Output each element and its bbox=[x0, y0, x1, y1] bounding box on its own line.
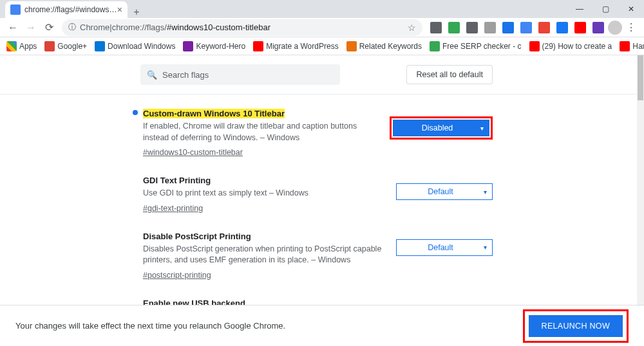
bookmark-favicon bbox=[430, 41, 440, 51]
bookmark-star-icon[interactable]: ☆ bbox=[408, 23, 416, 33]
minimize-button[interactable]: — bbox=[567, 0, 592, 18]
bookmark-item[interactable]: Keyword-Hero bbox=[180, 41, 248, 51]
flag-permalink[interactable]: #gdi-text-printing bbox=[143, 204, 203, 213]
relaunch-now-button[interactable]: RELAUNCH NOW bbox=[529, 315, 623, 337]
back-button[interactable]: ← bbox=[4, 19, 22, 37]
browser-tab[interactable]: chrome://flags/#windows10-cust × bbox=[5, 1, 128, 18]
extension-icons bbox=[426, 22, 608, 33]
flag-item: Disable PostScript Printing Disables Pos… bbox=[133, 224, 493, 291]
relaunch-message: Your changes will take effect the next t… bbox=[15, 321, 285, 331]
close-tab-icon[interactable]: × bbox=[117, 5, 122, 15]
bookmarks-bar: Apps Google+Download WindowsKeyword-Hero… bbox=[0, 37, 644, 55]
chrome-menu-button[interactable]: ⋮ bbox=[622, 19, 640, 37]
browser-toolbar: ← → ⟳ ⓘ Chrome | chrome://flags/ #window… bbox=[0, 18, 644, 37]
extension-icon-1[interactable] bbox=[448, 22, 460, 33]
extension-icon-6[interactable] bbox=[538, 22, 550, 33]
bookmark-label: Google+ bbox=[57, 42, 87, 51]
scrollbar-thumb[interactable] bbox=[638, 55, 643, 100]
search-placeholder: Search flags bbox=[162, 70, 209, 80]
bookmark-label: Related Keywords bbox=[359, 42, 422, 51]
url-host: chrome://flags/ bbox=[112, 23, 167, 32]
maximize-button[interactable]: ▢ bbox=[592, 0, 618, 18]
window-controls: — ▢ ✕ bbox=[567, 0, 644, 18]
flag-title: GDI Text Printing bbox=[143, 176, 211, 185]
bookmark-favicon bbox=[346, 41, 357, 51]
flag-dropdown[interactable]: Default bbox=[396, 239, 493, 256]
flag-control: Default bbox=[396, 230, 493, 280]
reload-button[interactable]: ⟳ bbox=[40, 19, 58, 37]
search-row: 🔍 Search flags Reset all to default bbox=[0, 55, 637, 95]
bookmark-item[interactable]: Free SERP checker - c bbox=[427, 41, 524, 51]
info-icon[interactable]: ⓘ bbox=[68, 22, 76, 33]
page-content: 🔍 Search flags Reset all to default Cust… bbox=[0, 55, 637, 346]
extension-icon-5[interactable] bbox=[520, 22, 532, 33]
bookmark-label: Download Windows bbox=[108, 42, 175, 51]
flag-item: Custom-drawn Windows 10 Titlebar If enab… bbox=[133, 101, 493, 168]
search-icon: 🔍 bbox=[147, 70, 157, 80]
flag-dropdown[interactable]: Default bbox=[396, 183, 493, 200]
bookmark-favicon bbox=[44, 41, 55, 51]
apps-label: Apps bbox=[19, 42, 37, 51]
bookmark-label: (29) How to create a bbox=[542, 42, 612, 51]
apps-icon bbox=[6, 41, 17, 51]
new-tab-button[interactable]: + bbox=[128, 6, 146, 18]
bookmark-item[interactable]: Download Windows bbox=[92, 41, 178, 51]
bookmark-favicon bbox=[253, 41, 263, 51]
extension-icon-2[interactable] bbox=[466, 22, 478, 33]
flag-permalink[interactable]: #postscript-printing bbox=[143, 271, 211, 280]
flag-description: If enabled, Chrome will draw the titleba… bbox=[143, 121, 381, 143]
bookmark-label: Hang Ups (Want You bbox=[632, 42, 644, 51]
extension-icon-3[interactable] bbox=[484, 22, 496, 33]
extension-icon-0[interactable] bbox=[430, 22, 442, 33]
flag-title: Disable PostScript Printing bbox=[143, 232, 251, 241]
relaunch-highlight: RELAUNCH NOW bbox=[523, 309, 629, 343]
url-scheme: Chrome bbox=[80, 23, 109, 32]
highlight-box: Disabled bbox=[390, 116, 493, 140]
vertical-scrollbar[interactable] bbox=[637, 55, 644, 305]
extension-icon-7[interactable] bbox=[556, 22, 568, 33]
bookmark-favicon bbox=[529, 41, 540, 51]
tab-favicon bbox=[10, 5, 21, 15]
bookmark-favicon bbox=[183, 41, 193, 51]
forward-button[interactable]: → bbox=[22, 19, 40, 37]
address-bar[interactable]: ⓘ Chrome | chrome://flags/ #windows10-cu… bbox=[62, 19, 422, 36]
flag-control: Disabled bbox=[390, 107, 493, 158]
bookmark-favicon bbox=[620, 41, 630, 51]
close-window-button[interactable]: ✕ bbox=[618, 0, 644, 18]
search-flags-input[interactable]: 🔍 Search flags bbox=[140, 64, 340, 85]
window-titlebar: chrome://flags/#windows10-cust × + — ▢ ✕ bbox=[0, 0, 644, 18]
relaunch-bar: Your changes will take effect the next t… bbox=[0, 305, 644, 346]
flag-description: Disables PostScript generation when prin… bbox=[143, 244, 387, 266]
flag-control: Default bbox=[396, 174, 493, 214]
extension-icon-8[interactable] bbox=[574, 22, 586, 33]
extension-icon-4[interactable] bbox=[502, 22, 514, 33]
profile-avatar[interactable] bbox=[608, 21, 622, 35]
apps-shortcut[interactable]: Apps bbox=[4, 41, 39, 51]
bookmark-item[interactable]: Google+ bbox=[42, 41, 90, 51]
tab-title: chrome://flags/#windows10-cust bbox=[24, 5, 117, 14]
bookmark-item[interactable]: Related Keywords bbox=[344, 41, 424, 51]
bookmark-label: Migrate a WordPress bbox=[266, 42, 338, 51]
bookmark-item[interactable]: Hang Ups (Want You bbox=[617, 41, 644, 51]
bookmark-item[interactable]: (29) How to create a bbox=[527, 41, 615, 51]
extension-icon-9[interactable] bbox=[592, 22, 604, 33]
flag-description: Use GDI to print text as simply text – W… bbox=[143, 188, 387, 199]
reset-all-button[interactable]: Reset all to default bbox=[406, 65, 493, 84]
flag-item: GDI Text Printing Use GDI to print text … bbox=[133, 168, 493, 224]
bookmark-label: Free SERP checker - c bbox=[442, 42, 521, 51]
flag-dropdown[interactable]: Disabled bbox=[393, 120, 489, 136]
url-fragment: #windows10-custom-titlebar bbox=[167, 23, 270, 32]
flag-title: Custom-drawn Windows 10 Titlebar bbox=[143, 109, 285, 118]
flag-permalink[interactable]: #windows10-custom-titlebar bbox=[143, 148, 243, 157]
bookmark-item[interactable]: Migrate a WordPress bbox=[251, 41, 341, 51]
modified-indicator bbox=[133, 110, 138, 115]
bookmark-favicon bbox=[95, 41, 105, 51]
bookmark-label: Keyword-Hero bbox=[196, 42, 245, 51]
